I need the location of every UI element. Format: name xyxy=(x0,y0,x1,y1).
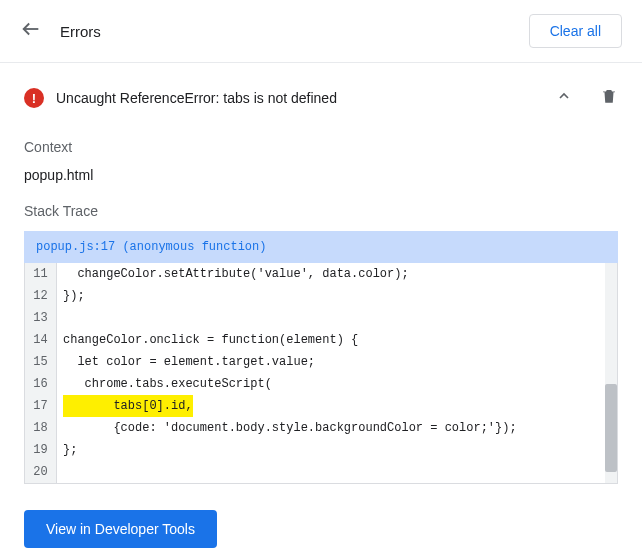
code-content: chrome.tabs.executeScript( xyxy=(57,373,617,395)
line-number: 16 xyxy=(25,373,57,395)
line-number: 17 xyxy=(25,395,57,417)
code-row: 19}; xyxy=(25,439,617,461)
code-content: changeColor.onclick = function(element) … xyxy=(57,329,617,351)
code-row: 16 chrome.tabs.executeScript( xyxy=(25,373,617,395)
stack-trace-label: Stack Trace xyxy=(24,203,618,219)
header-left: Errors xyxy=(20,18,101,44)
code-content xyxy=(57,461,617,483)
error-icon: ! xyxy=(24,88,44,108)
error-item-header: ! Uncaught ReferenceError: tabs is not d… xyxy=(24,83,618,119)
code-content: changeColor.setAttribute('value', data.c… xyxy=(57,263,617,285)
line-number: 15 xyxy=(25,351,57,373)
chevron-up-icon[interactable] xyxy=(556,88,572,108)
content-area: ! Uncaught ReferenceError: tabs is not d… xyxy=(0,63,642,548)
highlighted-code: tabs[0].id, xyxy=(63,395,193,417)
page-title: Errors xyxy=(60,23,101,40)
scrollbar-thumb[interactable] xyxy=(605,384,617,472)
code-row: 11 changeColor.setAttribute('value', dat… xyxy=(25,263,617,285)
code-block: 11 changeColor.setAttribute('value', dat… xyxy=(24,263,618,484)
code-content: }); xyxy=(57,285,617,307)
error-item-right xyxy=(556,87,618,109)
line-number: 18 xyxy=(25,417,57,439)
scrollbar-track xyxy=(605,263,617,483)
code-row: 17 tabs[0].id, xyxy=(25,395,617,417)
context-value: popup.html xyxy=(24,167,618,183)
back-arrow-icon[interactable] xyxy=(20,18,42,44)
line-number: 14 xyxy=(25,329,57,351)
code-row: 12}); xyxy=(25,285,617,307)
code-row: 15 let color = element.target.value; xyxy=(25,351,617,373)
code-content: }; xyxy=(57,439,617,461)
code-content xyxy=(57,307,617,329)
trash-icon[interactable] xyxy=(600,87,618,109)
code-content: {code: 'document.body.style.backgroundCo… xyxy=(57,417,617,439)
line-number: 19 xyxy=(25,439,57,461)
line-number: 11 xyxy=(25,263,57,285)
line-number: 12 xyxy=(25,285,57,307)
code-content: let color = element.target.value; xyxy=(57,351,617,373)
view-developer-tools-button[interactable]: View in Developer Tools xyxy=(24,510,217,548)
error-message: Uncaught ReferenceError: tabs is not def… xyxy=(56,90,337,106)
code-row: 20 xyxy=(25,461,617,483)
code-row: 14changeColor.onclick = function(element… xyxy=(25,329,617,351)
header: Errors Clear all xyxy=(0,0,642,63)
error-item-left: ! Uncaught ReferenceError: tabs is not d… xyxy=(24,88,337,108)
stack-trace-header[interactable]: popup.js:17 (anonymous function) xyxy=(24,231,618,263)
context-label: Context xyxy=(24,139,618,155)
line-number: 20 xyxy=(25,461,57,483)
clear-all-button[interactable]: Clear all xyxy=(529,14,622,48)
code-row: 13 xyxy=(25,307,617,329)
line-number: 13 xyxy=(25,307,57,329)
code-row: 18 {code: 'document.body.style.backgroun… xyxy=(25,417,617,439)
code-content: tabs[0].id, xyxy=(57,395,617,417)
